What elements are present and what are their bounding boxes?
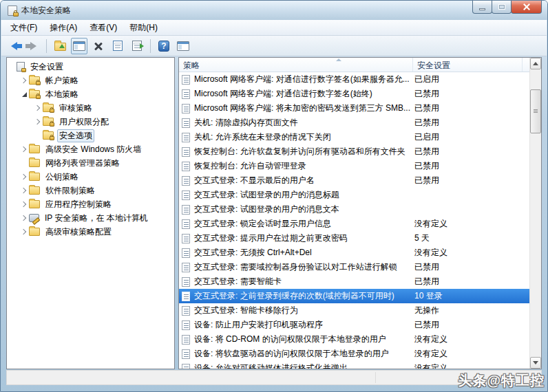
policy-setting: 没有定义 (413, 362, 529, 369)
policy-name: 交互式登录: 需要域控制器身份验证以对工作站进行解锁 (194, 261, 413, 273)
chevron-right-icon[interactable] (19, 147, 29, 151)
policy-name: Microsoft 网络客户端: 对通信进行数字签名(如果服务器允... (194, 74, 413, 85)
policy-icon (182, 176, 190, 186)
table-row[interactable]: 恢复控制台: 允许软盘复制并访问所有驱动器和所有文件夹已禁用 (179, 144, 529, 159)
show-console-tree-button[interactable] (71, 38, 87, 54)
minimize-button[interactable] (472, 1, 492, 14)
close-button[interactable] (511, 1, 542, 14)
folder-icon (29, 186, 40, 195)
policy-icon (182, 335, 190, 345)
policy-name: 关机: 允许系统在未登录的情况下关闭 (194, 131, 413, 143)
new-window-button[interactable] (175, 38, 191, 54)
chevron-right-icon[interactable] (33, 120, 43, 124)
column-header-policy[interactable]: 策略 (179, 58, 413, 72)
policy-icon (182, 306, 190, 316)
policy-name: 交互式登录: 不显示最后的用户名 (194, 175, 413, 186)
table-row[interactable]: 交互式登录: 需要智能卡已禁用 (179, 274, 529, 289)
tree-item-security-settings[interactable]: 安全设置 (7, 60, 174, 74)
up-one-level-button[interactable] (52, 38, 68, 54)
table-row-selected[interactable]: 交互式登录: 之前登录到缓存的次数(域控制器不可用时)10 登录 (179, 289, 529, 303)
export-list-button[interactable] (129, 38, 145, 54)
table-row[interactable]: 设备: 将软盘驱动器的访问权限仅限于本地登录的用户没有定义 (179, 347, 529, 361)
forward-button[interactable] (25, 38, 41, 54)
tree-item-security-options[interactable]: 安全选项 (7, 129, 174, 142)
tree-item-public-key-policies[interactable]: 公钥策略 (7, 170, 174, 184)
table-row[interactable]: 设备: 允许对可移动媒体进行格式化并弹出没有定义 (179, 361, 529, 369)
menu-file[interactable]: 文件(F) (4, 20, 43, 36)
tree-item-windows-firewall[interactable]: 高级安全 Windows 防火墙 (7, 142, 174, 156)
column-header-security-setting[interactable]: 安全设置 (413, 58, 523, 72)
tree-item-label: 审核策略 (57, 102, 94, 115)
table-row[interactable]: 交互式登录: 智能卡移除行为无操作 (179, 303, 529, 318)
toolbar-separator (46, 39, 47, 53)
table-row[interactable]: 关机: 允许系统在未登录的情况下关闭已启用 (179, 130, 529, 144)
minimize-icon (479, 8, 485, 10)
table-row[interactable]: 交互式登录: 需要域控制器身份验证以对工作站进行解锁已禁用 (179, 260, 529, 274)
app-icon (8, 6, 17, 16)
table-row[interactable]: Microsoft 网络客户端: 将未加密的密码发送到第三方 SMB...已禁用 (179, 101, 529, 116)
tree-item-advanced-audit-config[interactable]: 高级审核策略配置 (7, 225, 174, 239)
table-row[interactable]: 交互式登录: 试图登录的用户的消息标题 (179, 188, 529, 202)
table-row[interactable]: 关机: 清除虚拟内存页面文件已禁用 (179, 116, 529, 130)
table-row[interactable]: 交互式登录: 提示用户在过期之前更改密码5 天 (179, 231, 529, 246)
policy-setting: 已启用 (413, 131, 529, 143)
console-tree-pane: 安全设置 帐户策略 本地策略 审核策略 用户权限分配 (6, 57, 175, 369)
menu-action[interactable]: 操作(A) (43, 20, 83, 36)
tree-item-ip-security-policies[interactable]: IP 安全策略，在 本地计算机 (7, 211, 174, 225)
title-bar[interactable]: 本地安全策略 (1, 1, 547, 20)
tree-item-network-list-manager[interactable]: 网络列表管理器策略 (7, 156, 174, 170)
properties-button[interactable] (109, 38, 126, 54)
scroll-up-button[interactable] (530, 58, 541, 69)
tree-item-local-policies[interactable]: 本地策略 (7, 87, 174, 101)
policy-icon (182, 147, 190, 157)
status-divider (375, 372, 376, 383)
table-row[interactable]: Microsoft 网络客户端: 对通信进行数字签名(始终)已禁用 (179, 87, 529, 101)
policy-setting: 10 登录 (413, 290, 529, 302)
chevron-expanded-icon[interactable] (19, 92, 29, 97)
chevron-right-icon[interactable] (19, 230, 29, 234)
restore-button[interactable] (492, 1, 512, 14)
policy-icon (182, 205, 190, 215)
chevron-right-icon[interactable] (19, 188, 29, 193)
table-row[interactable]: 设备: 将 CD-ROM 的访问权限仅限于本地登录的用户没有定义 (179, 332, 529, 347)
tree-item-software-restriction[interactable]: 软件限制策略 (7, 184, 174, 197)
policy-name: 交互式登录: 锁定会话时显示用户信息 (194, 218, 413, 230)
help-button[interactable]: ? (156, 38, 172, 54)
back-button[interactable] (6, 38, 22, 54)
tree-item-app-control-policies[interactable]: 应用程序控制策略 (7, 197, 174, 211)
menu-view[interactable]: 查看(V) (83, 20, 123, 36)
scrollbar-thumb[interactable] (530, 89, 541, 133)
tree-item-user-rights[interactable]: 用户权限分配 (7, 115, 174, 129)
new-window-icon (177, 41, 189, 51)
vertical-scrollbar[interactable] (529, 58, 541, 369)
table-row[interactable]: 交互式登录: 无须按 Ctrl+Alt+Del没有定义 (179, 246, 529, 260)
table-row[interactable]: 交互式登录: 锁定会话时显示用户信息没有定义 (179, 217, 529, 231)
policy-list-pane: 策略 安全设置 Microsoft 网络客户端: 对通信进行数字签名(如果服务器… (178, 57, 542, 369)
chevron-right-icon[interactable] (19, 78, 29, 83)
delete-button[interactable] (90, 38, 107, 54)
tree-item-label: 软件限制策略 (43, 184, 97, 197)
table-row[interactable]: 交互式登录: 不显示最后的用户名已禁用 (179, 173, 529, 188)
policy-name: 设备: 将 CD-ROM 的访问权限仅限于本地登录的用户 (194, 334, 413, 345)
toolbar-separator (150, 39, 151, 53)
back-icon (11, 42, 17, 50)
table-row[interactable]: 设备: 防止用户安装打印机驱动程序已禁用 (179, 318, 529, 332)
table-row[interactable]: 交互式登录: 试图登录的用户的消息文本 (179, 202, 529, 217)
delete-icon (94, 41, 103, 51)
column-header-label: 安全设置 (417, 61, 450, 70)
table-row[interactable]: 恢复控制台: 允许自动管理登录已禁用 (179, 159, 529, 173)
table-row[interactable]: Microsoft 网络客户端: 对通信进行数字签名(如果服务器允...已启用 (179, 72, 529, 87)
policy-setting: 已禁用 (413, 88, 529, 100)
policy-name: 交互式登录: 之前登录到缓存的次数(域控制器不可用时) (194, 290, 413, 302)
policy-name: 交互式登录: 试图登录的用户的消息文本 (194, 204, 413, 215)
tree-item-label: 安全选项 (57, 129, 94, 142)
tree-item-account-policies[interactable]: 帐户策略 (7, 74, 174, 87)
chevron-right-icon[interactable] (19, 202, 29, 206)
scroll-down-button[interactable] (530, 357, 541, 369)
chevron-right-icon[interactable] (19, 216, 29, 220)
chevron-right-icon[interactable] (19, 175, 29, 179)
menu-help[interactable]: 帮助(H) (123, 20, 164, 36)
chevron-right-icon[interactable] (33, 106, 43, 110)
console-tree-icon (73, 41, 85, 51)
tree-item-audit-policy[interactable]: 审核策略 (7, 101, 174, 115)
